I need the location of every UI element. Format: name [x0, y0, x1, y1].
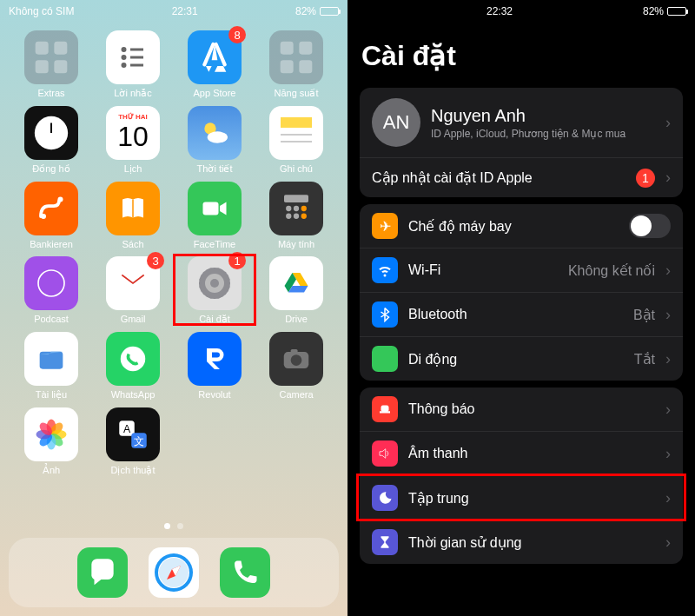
row-label: Thông báo [408, 401, 655, 417]
row-wi-fi[interactable]: Wi-FiKhông kết nối› [360, 248, 683, 292]
time: 22:31 [172, 5, 198, 17]
update-row[interactable]: Cập nhật cài đặt ID Apple 1 › [360, 157, 683, 197]
clock-icon [24, 106, 78, 160]
svg-line-44 [227, 275, 228, 276]
chevron-icon: › [665, 401, 671, 419]
row-label: Tập trung [408, 490, 655, 507]
svg-point-24 [58, 197, 63, 202]
app-lịch[interactable]: THỨ HAI10Lịch [94, 106, 172, 175]
app-revolut[interactable]: Revolut [175, 332, 254, 401]
dock-phone[interactable] [220, 547, 270, 598]
app-label: Máy tính [278, 239, 314, 249]
app-đồng-hồ[interactable]: Đồng hồ [12, 106, 90, 175]
app-label: WhatsApp [111, 389, 156, 400]
wea-icon [188, 106, 242, 160]
svg-point-39 [210, 279, 219, 288]
toggle[interactable] [629, 214, 671, 238]
app-label: Lời nhắc [114, 88, 151, 99]
✈-icon: ✈ [372, 213, 398, 239]
app-facetime[interactable]: FaceTime [175, 182, 254, 249]
app-drive[interactable]: Drive [257, 256, 335, 325]
row-thời-gian-sử-dụng[interactable]: Thời gian sử dụng› [360, 520, 683, 564]
chevron-icon: › [665, 533, 671, 552]
app-tài-liệu[interactable]: Tài liệu [12, 332, 90, 401]
bell-icon [372, 396, 398, 422]
note-icon [269, 106, 323, 160]
app-whatsapp[interactable]: WhatsApp [94, 332, 172, 401]
row-value: Không kết nối [568, 262, 655, 279]
profile-section: AN Nguyen Anh ID Apple, iCloud, Phương t… [360, 88, 683, 197]
svg-point-29 [294, 206, 299, 211]
svg-line-54 [207, 295, 208, 297]
app-dịch-thuật[interactable]: A文Dịch thuật [94, 407, 172, 476]
profile-row[interactable]: AN Nguyen Anh ID Apple, iCloud, Phương t… [360, 88, 683, 157]
svg-point-28 [286, 206, 291, 211]
app-camera[interactable]: Camera [257, 332, 335, 401]
app-ảnh[interactable]: Ảnh [12, 407, 90, 476]
app-label: Ảnh [43, 465, 60, 476]
app-bankieren[interactable]: Bankieren [12, 182, 90, 249]
svg-rect-86 [380, 411, 390, 413]
svg-point-31 [286, 214, 291, 219]
svg-point-6 [122, 55, 127, 60]
carrier: Không có SIM [9, 5, 74, 17]
app-máy-tính[interactable]: Máy tính [257, 182, 335, 249]
folder-icon [24, 30, 78, 84]
app-label: Extras [37, 88, 64, 98]
page-title: Cài đặt [348, 22, 695, 81]
row-di-động[interactable]: Di độngTắt› [360, 336, 683, 381]
app-ghi-chú[interactable]: Ghi chú [257, 106, 335, 175]
battery: 82% [643, 5, 686, 17]
file-icon [24, 332, 78, 386]
app-lời-nhắc[interactable]: Lời nhắc [94, 30, 172, 99]
app-label: Đồng hồ [32, 163, 70, 175]
svg-line-45 [228, 279, 229, 280]
svg-point-8 [122, 63, 127, 68]
app-năng-suất[interactable]: Năng suất [257, 30, 335, 99]
badge: 8 [228, 26, 246, 43]
svg-line-43 [224, 272, 226, 274]
app-gmail[interactable]: 3Gmail [94, 256, 172, 325]
app-podcast[interactable]: Podcast [12, 256, 90, 325]
row-value: Bật [633, 307, 655, 323]
wa-icon [106, 332, 160, 386]
app-cài-đặt[interactable]: 1Cài đặt [175, 256, 254, 325]
svg-rect-13 [299, 60, 312, 73]
row-bluetooth[interactable]: BluetoothBật› [360, 292, 683, 336]
badge: 1 [228, 252, 246, 269]
row-chế-độ-máy-bay[interactable]: ✈Chế độ máy bay [360, 204, 683, 248]
app-sách[interactable]: Sách [94, 182, 172, 249]
moon-icon [372, 485, 398, 511]
row-âm-thanh[interactable]: Âm thanh› [360, 431, 683, 475]
app-app-store[interactable]: 8App Store [175, 30, 254, 99]
page-dots[interactable] [0, 523, 348, 529]
svg-point-32 [294, 214, 299, 219]
photo-icon [24, 407, 78, 461]
chevron-icon: › [665, 262, 671, 280]
svg-rect-5 [130, 49, 143, 51]
dock-messages[interactable] [77, 547, 128, 598]
app-label: Năng suất [274, 88, 318, 99]
app-label: Dịch thuật [111, 465, 156, 476]
svg-rect-1 [54, 42, 67, 55]
dock-safari[interactable] [149, 547, 199, 598]
svg-rect-68 [291, 349, 298, 354]
svg-rect-9 [130, 64, 143, 67]
row-thông-báo[interactable]: Thông báo› [360, 387, 683, 431]
svg-line-55 [203, 293, 205, 295]
app-label: Lịch [124, 163, 142, 175]
app-thời-tiết[interactable]: Thời tiết [175, 106, 254, 175]
svg-rect-0 [36, 42, 49, 55]
svg-text:A: A [123, 423, 131, 435]
row-tập-trung[interactable]: Tập trung› [360, 475, 683, 520]
app-label: Drive [285, 314, 308, 324]
svg-point-18 [208, 131, 228, 142]
svg-line-63 [210, 268, 211, 270]
svg-line-60 [201, 275, 202, 276]
app-extras[interactable]: Extras [12, 30, 90, 99]
bt-icon [372, 301, 398, 328]
svg-text:文: 文 [134, 435, 144, 447]
svg-line-62 [207, 269, 208, 271]
chevron-icon: › [665, 489, 671, 507]
battery-icon [667, 7, 686, 16]
